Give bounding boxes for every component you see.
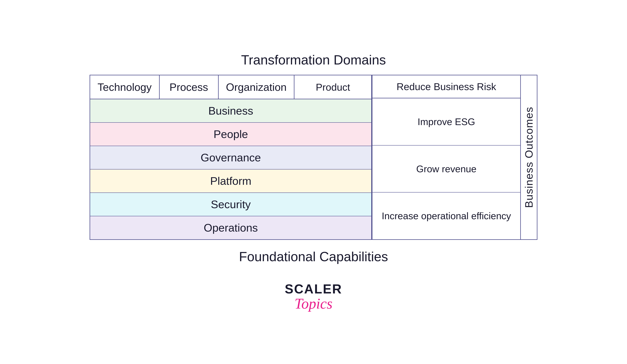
- main-table-wrapper: Technology Process Organization Product …: [90, 75, 537, 240]
- transformation-title: Transformation Domains: [241, 52, 386, 67]
- cell-business: Business: [90, 99, 372, 123]
- header-row: Technology Process Organization Product: [90, 75, 372, 99]
- outcomes-column: Reduce Business Risk Improve ESG Grow re…: [372, 75, 537, 240]
- page-container: Transformation Domains Technology Proces…: [0, 0, 627, 364]
- row-operations: Operations: [90, 216, 372, 240]
- outcomes-main: Reduce Business Risk Improve ESG Grow re…: [372, 75, 520, 239]
- header-product: Product: [294, 75, 372, 99]
- outcomes-body: Improve ESG Grow revenue Increase operat…: [372, 98, 520, 239]
- foundational-title: Foundational Capabilities: [239, 249, 388, 264]
- business-outcomes-label-wrapper: Business Outcomes: [520, 75, 537, 239]
- row-people: People: [90, 123, 372, 146]
- cell-platform: Platform: [90, 169, 372, 193]
- logo-topics: Topics: [285, 295, 342, 312]
- main-table: Technology Process Organization Product …: [90, 75, 372, 240]
- cell-operations: Operations: [90, 216, 372, 240]
- outcome-operational-efficiency: Increase operational efficiency: [372, 192, 520, 239]
- outcome-grow-revenue: Grow revenue: [372, 145, 520, 193]
- logo-scaler: SCALER: [285, 283, 342, 295]
- logo-container: SCALER Topics: [285, 283, 342, 312]
- outcomes-header: Reduce Business Risk: [372, 75, 520, 98]
- row-platform: Platform: [90, 169, 372, 193]
- business-outcomes-label: Business Outcomes: [523, 107, 535, 208]
- outcome-improve-esg: Improve ESG: [372, 98, 520, 145]
- row-governance: Governance: [90, 146, 372, 169]
- cell-security: Security: [90, 193, 372, 216]
- header-technology: Technology: [90, 75, 159, 99]
- cell-people: People: [90, 123, 372, 146]
- row-security: Security: [90, 193, 372, 216]
- row-business: Business: [90, 99, 372, 123]
- header-process: Process: [159, 75, 218, 99]
- header-organization: Organization: [218, 75, 294, 99]
- cell-governance: Governance: [90, 146, 372, 169]
